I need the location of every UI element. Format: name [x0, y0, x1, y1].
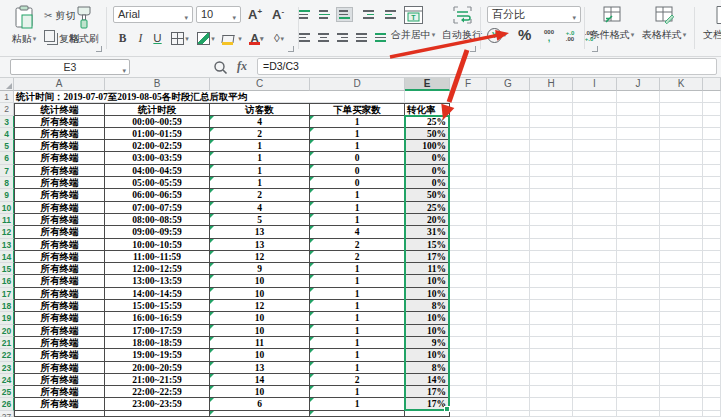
cell-F6[interactable] [450, 152, 487, 164]
row-header-9[interactable]: 9 [0, 189, 14, 201]
cell-I2[interactable] [573, 103, 617, 115]
cell-E5[interactable]: 100% [405, 140, 450, 152]
cell-F8[interactable] [450, 177, 487, 189]
fx-icon[interactable]: fx [237, 59, 247, 74]
cell-E22[interactable]: 10% [405, 349, 450, 361]
cell-E1[interactable] [405, 91, 450, 103]
justify-button[interactable] [353, 30, 370, 45]
increase-decimal-button[interactable]: +.0 .00 [562, 30, 578, 42]
cell-K25[interactable] [660, 386, 703, 398]
cell-C22[interactable]: 10 [210, 349, 310, 361]
cell-J16[interactable] [617, 275, 660, 287]
cell-F23[interactable] [450, 362, 487, 374]
cell-K20[interactable] [660, 325, 703, 337]
name-box[interactable]: E3 ▾ [10, 59, 130, 75]
cell-E2[interactable]: 转化率 [405, 103, 450, 115]
cell-G11[interactable] [487, 214, 530, 226]
cell-D4[interactable]: 1 [310, 128, 405, 140]
cell-X19[interactable] [703, 312, 721, 324]
cell-F27[interactable] [450, 411, 487, 417]
cell-D19[interactable]: 1 [310, 312, 405, 324]
cell-F26[interactable] [450, 398, 487, 410]
cell-E19[interactable]: 10% [405, 312, 450, 324]
cell-B16[interactable]: 13:00~13:59 [105, 275, 210, 287]
cell-J14[interactable] [617, 251, 660, 263]
cell-C21[interactable]: 11 [210, 337, 310, 349]
cell-A27[interactable] [14, 411, 105, 417]
align-center-button[interactable] [315, 30, 332, 45]
cell-F17[interactable] [450, 288, 487, 300]
cell-E21[interactable]: 9% [405, 337, 450, 349]
cell-I9[interactable] [573, 189, 617, 201]
cell-G7[interactable] [487, 165, 530, 177]
row-header-13[interactable]: 13 [0, 239, 14, 251]
cell-A23[interactable]: 所有终端 [14, 362, 105, 374]
increase-font-size-button[interactable]: A+ [248, 7, 262, 22]
cell-A17[interactable]: 所有终端 [14, 288, 105, 300]
cell-D9[interactable]: 1 [310, 189, 405, 201]
cell-G2[interactable] [487, 103, 530, 115]
column-header-B[interactable]: B [105, 78, 210, 91]
row-header-3[interactable]: 3 [0, 116, 14, 128]
cell-A8[interactable]: 所有终端 [14, 177, 105, 189]
cell-E4[interactable]: 50% [405, 128, 450, 140]
cell-E17[interactable]: 10% [405, 288, 450, 300]
cell-B4[interactable]: 01:00~01:59 [105, 128, 210, 140]
cell-A14[interactable]: 所有终端 [14, 251, 105, 263]
cell-J5[interactable] [617, 140, 660, 152]
clipboard-dialog-launcher[interactable] [96, 46, 102, 52]
cell-C23[interactable]: 13 [210, 362, 310, 374]
merge-center-button[interactable]: T 合并居中▾ [390, 5, 436, 42]
cell-G17[interactable] [487, 288, 530, 300]
cell-B5[interactable]: 02:00~02:59 [105, 140, 210, 152]
cell-J8[interactable] [617, 177, 660, 189]
cell-B15[interactable]: 12:00~12:59 [105, 263, 210, 275]
cell-C14[interactable]: 12 [210, 251, 310, 263]
cell-B23[interactable]: 20:00~20:59 [105, 362, 210, 374]
cell-F15[interactable] [450, 263, 487, 275]
cell-F2[interactable] [450, 103, 487, 115]
cell-H16[interactable] [530, 275, 573, 287]
cell-H26[interactable] [530, 398, 573, 410]
cell-B17[interactable]: 14:00~14:59 [105, 288, 210, 300]
clear-button[interactable]: ◊▾ [268, 30, 290, 47]
fill-color-button[interactable]: ▾ [220, 30, 244, 47]
cell-G27[interactable] [487, 411, 530, 417]
column-header-H[interactable]: H [530, 78, 573, 91]
row-header-11[interactable]: 11 [0, 214, 14, 226]
cell-D11[interactable]: 1 [310, 214, 405, 226]
cell-X21[interactable] [703, 337, 721, 349]
cell-K4[interactable] [660, 128, 703, 140]
cell-A15[interactable]: 所有终端 [14, 263, 105, 275]
font-dialog-launcher[interactable] [288, 46, 294, 52]
cell-H24[interactable] [530, 374, 573, 386]
cell-A4[interactable]: 所有终端 [14, 128, 105, 140]
cell-K11[interactable] [660, 214, 703, 226]
row-header-7[interactable]: 7 [0, 165, 14, 177]
cell-G5[interactable] [487, 140, 530, 152]
cell-K16[interactable] [660, 275, 703, 287]
cell-G14[interactable] [487, 251, 530, 263]
cell-H17[interactable] [530, 288, 573, 300]
column-header-partial[interactable] [703, 78, 721, 91]
cell-F24[interactable] [450, 374, 487, 386]
cell-X25[interactable] [703, 386, 721, 398]
decrease-font-size-button[interactable]: A- [272, 7, 284, 22]
alignment-dialog-launcher[interactable] [470, 46, 476, 52]
cell-I21[interactable] [573, 337, 617, 349]
cell-C2[interactable]: 访客数 [210, 103, 310, 115]
cell-I18[interactable] [573, 300, 617, 312]
column-header-E[interactable]: E [405, 78, 450, 91]
cell-C15[interactable]: 9 [210, 263, 310, 275]
cell-J9[interactable] [617, 189, 660, 201]
cell-B6[interactable]: 03:00~03:59 [105, 152, 210, 164]
cell-K13[interactable] [660, 239, 703, 251]
cell-X4[interactable] [703, 128, 721, 140]
cell-A18[interactable]: 所有终端 [14, 300, 105, 312]
cell-G1[interactable] [487, 91, 530, 103]
column-header-I[interactable]: I [573, 78, 617, 91]
cell-D3[interactable]: 1 [310, 116, 405, 128]
cell-I23[interactable] [573, 362, 617, 374]
cell-I16[interactable] [573, 275, 617, 287]
cell-K14[interactable] [660, 251, 703, 263]
